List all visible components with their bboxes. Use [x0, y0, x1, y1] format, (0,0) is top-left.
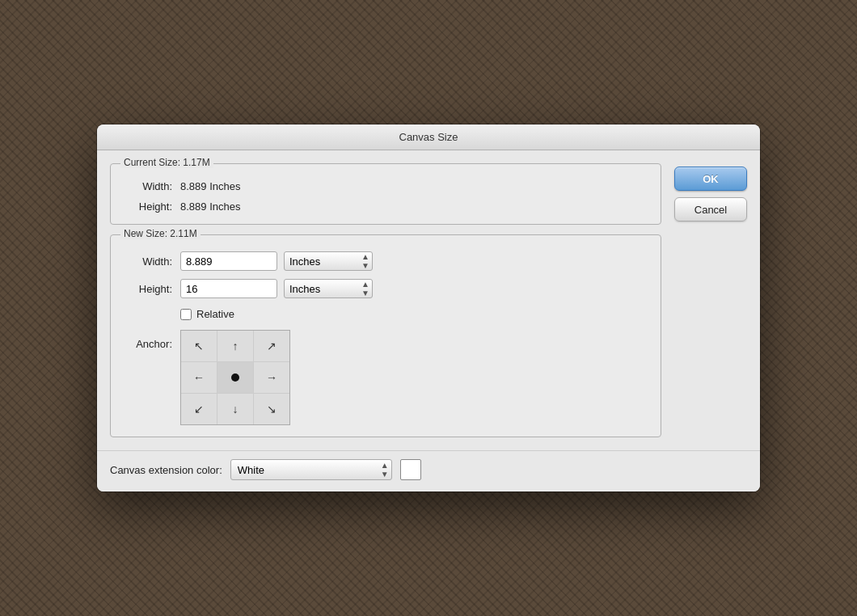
anchor-row: Anchor: ↖ ↑ ↗ ← → ↙ ↓ [124, 330, 648, 425]
width-input[interactable] [180, 251, 277, 271]
ok-button[interactable]: OK [674, 167, 747, 191]
current-height-value: 8.889 Inches [180, 200, 240, 213]
height-unit-select[interactable]: Pixels Inches Centimeters Millimeters Po… [284, 279, 373, 298]
new-width-row: Width: Pixels Inches Centimeters Millime… [124, 251, 648, 271]
anchor-dot-icon [231, 373, 239, 382]
height-input[interactable] [180, 279, 277, 298]
cancel-button[interactable]: Cancel [674, 197, 747, 222]
new-width-label: Width: [124, 255, 172, 268]
color-preview-swatch[interactable] [400, 459, 421, 480]
current-width-label: Width: [124, 180, 172, 192]
anchor-label: Anchor: [124, 330, 172, 350]
anchor-grid: ↖ ↑ ↗ ← → ↙ ↓ ↘ [180, 330, 290, 425]
dialog-title: Canvas Size [399, 131, 458, 143]
width-unit-wrapper: Pixels Inches Centimeters Millimeters Po… [284, 251, 373, 271]
anchor-cell-bot-right[interactable]: ↘ [254, 394, 289, 424]
relative-row: Relative [180, 308, 648, 320]
footer-row: Canvas extension color: Foreground Backg… [97, 450, 760, 492]
current-size-legend: Current Size: 1.17M [120, 157, 213, 168]
current-height-row: Height: 8.889 Inches [124, 200, 648, 213]
current-width-value: 8.889 Inches [180, 180, 240, 192]
canvas-size-dialog: Canvas Size Current Size: 1.17M Width: 8… [97, 124, 760, 492]
relative-checkbox[interactable] [180, 309, 192, 320]
color-select-wrapper: Foreground Background White Black Gray O… [230, 459, 392, 480]
relative-label: Relative [196, 308, 234, 320]
new-size-legend: New Size: 2.11M [120, 228, 201, 239]
relative-checkbox-label[interactable]: Relative [180, 308, 234, 320]
color-extension-label: Canvas extension color: [110, 464, 222, 476]
anchor-cell-mid-center[interactable] [217, 362, 253, 393]
new-height-row: Height: Pixels Inches Centimeters Millim… [124, 279, 648, 298]
dialog-main: Current Size: 1.17M Width: 8.889 Inches … [110, 163, 661, 437]
height-unit-wrapper: Pixels Inches Centimeters Millimeters Po… [284, 279, 373, 298]
anchor-cell-top-right[interactable]: ↗ [254, 331, 289, 361]
anchor-cell-top-center[interactable]: ↑ [217, 331, 253, 361]
new-height-label: Height: [124, 283, 172, 295]
width-unit-select[interactable]: Pixels Inches Centimeters Millimeters Po… [284, 251, 373, 271]
anchor-cell-bot-center[interactable]: ↓ [217, 394, 253, 424]
current-width-row: Width: 8.889 Inches [124, 180, 648, 192]
current-height-label: Height: [124, 200, 172, 213]
anchor-cell-mid-left[interactable]: ← [181, 362, 217, 393]
anchor-cell-mid-right[interactable]: → [254, 362, 289, 393]
new-size-fieldset: New Size: 2.11M Width: Pixels Inches Cen… [110, 234, 661, 437]
dialog-buttons: OK Cancel [674, 163, 747, 437]
anchor-cell-bot-left[interactable]: ↙ [181, 394, 217, 424]
canvas-extension-color-select[interactable]: Foreground Background White Black Gray O… [230, 459, 392, 480]
anchor-cell-top-left[interactable]: ↖ [181, 331, 217, 361]
dialog-titlebar: Canvas Size [97, 124, 760, 150]
dialog-body: Current Size: 1.17M Width: 8.889 Inches … [97, 150, 760, 450]
current-size-fieldset: Current Size: 1.17M Width: 8.889 Inches … [110, 163, 661, 225]
